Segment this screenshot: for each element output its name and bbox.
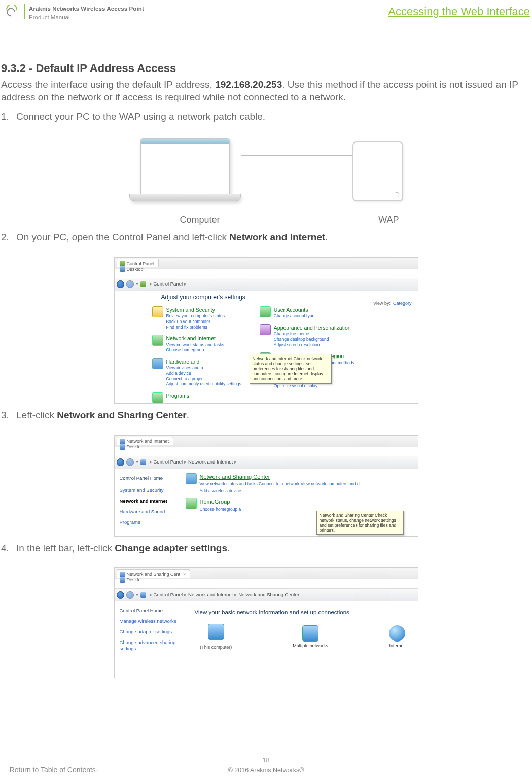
tooltip-nsc: Network and Sharing Center Check network… — [316, 511, 404, 536]
crumb-icon — [140, 592, 146, 598]
cp-home-link[interactable]: Control Panel Home — [120, 608, 189, 614]
brand-logo-icon — [5, 5, 18, 18]
step-3-text: Left-click Network and Sharing Center. — [16, 409, 189, 422]
nav-back-icon[interactable] — [117, 280, 124, 288]
step-4-number: 4. — [1, 542, 16, 555]
screenshot-control-panel: Control Panel Desktop ▾ ▸Control Panel▸ … — [114, 257, 418, 404]
nav-back-icon[interactable] — [117, 591, 124, 599]
step-4: 4. In the left bar, left-click Change ad… — [1, 542, 531, 555]
screenshot-network-sharing-center: Network and Sharing Cent× Desktop ▾ ▸Con… — [114, 567, 418, 678]
nav-back-icon[interactable] — [117, 458, 124, 466]
header-text: Araknis Networks Wireless Access Point P… — [29, 4, 144, 21]
label-wap: WAP — [378, 213, 399, 226]
hardware-icon — [152, 358, 163, 369]
crumb-icon — [140, 281, 146, 287]
link-change-adapter-settings[interactable]: Change adapter settings — [120, 629, 189, 635]
computer-icon — [129, 138, 241, 201]
step-2-number: 2. — [1, 231, 16, 244]
doc-header: Araknis Networks Wireless Access Point P… — [0, 0, 532, 30]
internet-icon — [389, 625, 405, 642]
step-2-text: On your PC, open the Control Panel and l… — [16, 231, 328, 244]
desktop-tab-icon — [120, 266, 125, 272]
header-subtitle: Product Manual — [29, 14, 144, 22]
appearance-icon — [260, 324, 271, 335]
copyright: © 2016 Araknis Networks® — [228, 766, 304, 775]
step-1: 1. Connect your PC to the WAP using a ne… — [1, 110, 531, 123]
link-network-internet[interactable]: Network and Internet — [166, 335, 216, 341]
user-accounts-icon — [260, 306, 271, 317]
section-title: 9.3.2 - Default IP Address Access — [1, 61, 531, 76]
header-right: Accessing the Web Interface — [388, 4, 532, 19]
header-divider — [24, 4, 25, 19]
desktop-tab-icon — [120, 444, 125, 450]
nav-forward-icon[interactable] — [126, 458, 134, 466]
homegroup-icon — [186, 498, 197, 509]
wap-icon — [352, 141, 403, 201]
view-by-dropdown[interactable]: Category — [393, 301, 412, 306]
step-1-text: Connect your PC to the WAP using a netwo… — [16, 110, 265, 123]
tooltip-network-internet: Network and Internet Check network statu… — [250, 354, 332, 384]
section-running-head: Accessing the Web Interface — [388, 5, 530, 18]
system-security-icon — [152, 306, 163, 317]
page-content: 9.3.2 - Default IP Address Access Access… — [0, 30, 532, 678]
step-4-text: In the left bar, left-click Change adapt… — [16, 542, 230, 555]
nsc-icon — [186, 473, 197, 484]
desktop-tab-icon — [120, 577, 125, 583]
screenshot-network-internet: Network and Internet Desktop ▾ ▸Control … — [114, 435, 418, 537]
intro-part-a: Access the interface using the default I… — [1, 79, 215, 90]
toc-link[interactable]: -Return to Table of Contents- — [7, 765, 98, 775]
step-2: 2. On your PC, open the Control Panel an… — [1, 231, 531, 244]
step-3-number: 3. — [1, 409, 16, 422]
nav-forward-icon[interactable] — [126, 591, 134, 599]
programs-icon — [152, 392, 163, 403]
this-computer-icon — [208, 624, 224, 640]
section-intro: Access the interface using the default I… — [1, 78, 531, 104]
cp-home-link[interactable]: Control Panel Home — [120, 475, 181, 482]
header-title: Araknis Networks Wireless Access Point — [29, 5, 144, 13]
steps-list: 1. Connect your PC to the WAP using a ne… — [1, 110, 531, 678]
patch-cable-icon — [241, 155, 352, 156]
diagram-labels: Computer WAP — [124, 213, 408, 226]
default-ip: 192.168.20.253 — [215, 79, 282, 90]
multiple-networks-icon — [302, 625, 318, 642]
step-3: 3. Left-click Network and Sharing Center… — [1, 409, 531, 422]
brand-logo-wrap — [0, 4, 23, 18]
crumb-icon — [140, 459, 146, 465]
nav-forward-icon[interactable] — [126, 280, 134, 288]
link-system-security[interactable]: System and Security — [166, 307, 215, 313]
page-footer: -Return to Table of Contents- 18 © 2016 … — [0, 765, 532, 775]
link-network-sharing-center[interactable]: Network and Sharing Center — [200, 474, 270, 480]
page-number: 18 — [262, 756, 269, 765]
label-computer: Computer — [180, 213, 220, 226]
network-internet-icon — [152, 335, 163, 346]
step-1-number: 1. — [1, 110, 16, 123]
connection-diagram — [1, 138, 531, 201]
